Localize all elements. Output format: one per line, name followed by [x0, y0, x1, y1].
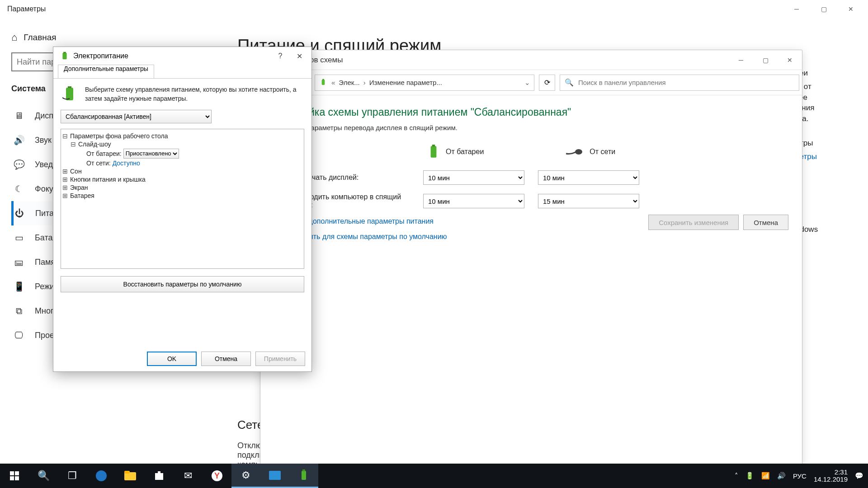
- col-ac: От сети: [565, 147, 615, 156]
- search-icon: 🔍: [565, 78, 574, 87]
- cpl-heading: Настройка схемы управления питанием "Сба…: [274, 106, 788, 118]
- chevron-right-icon: ›: [363, 79, 366, 86]
- taskview-button[interactable]: ❐: [58, 464, 87, 488]
- edit-plan-titlebar: ие параметров схемы ─ ▢ ✕: [260, 50, 802, 70]
- chevron-down-icon[interactable]: ⌄: [524, 79, 530, 87]
- tray-wifi-icon[interactable]: 📶: [761, 472, 770, 480]
- tree-bg-params[interactable]: ⊟Параметры фона рабочего стола: [62, 132, 301, 140]
- svg-rect-0: [322, 80, 325, 85]
- svg-point-16: [96, 470, 107, 481]
- edge-icon[interactable]: [87, 464, 116, 488]
- tray-lang[interactable]: РУС: [793, 472, 807, 480]
- svg-rect-18: [124, 471, 130, 474]
- edit-plan-window: ие параметров схемы ─ ▢ ✕ ← → ↑ « Элек..…: [260, 50, 802, 465]
- expand-icon[interactable]: ⊞: [62, 184, 68, 191]
- maximize-button[interactable]: ▢: [810, 0, 837, 18]
- svg-rect-15: [15, 476, 19, 480]
- display-icon: 🖥: [13, 111, 25, 121]
- tray-time: 2:31: [835, 469, 848, 476]
- expand-icon[interactable]: ⊞: [62, 192, 68, 199]
- sidebar-home[interactable]: ⌂ Главная: [11, 32, 208, 43]
- settings-task-icon[interactable]: ⚙: [231, 464, 260, 488]
- explorer-icon[interactable]: [116, 464, 145, 488]
- power-icon: [60, 51, 70, 61]
- breadcrumb[interactable]: « Элек... › Изменение параметр... ⌄: [315, 75, 534, 91]
- start-button[interactable]: [0, 464, 29, 488]
- link-restore-defaults[interactable]: Восстановить для схемы параметры по умол…: [274, 233, 788, 241]
- svg-rect-8: [62, 53, 66, 60]
- svg-rect-25: [302, 469, 305, 471]
- tray-volume-icon[interactable]: 🔊: [777, 472, 786, 480]
- svg-text:Y: Y: [214, 471, 220, 480]
- search-button[interactable]: 🔍: [29, 464, 58, 488]
- battery-graphic-icon: [61, 85, 79, 103]
- mail-icon[interactable]: ✉: [174, 464, 203, 488]
- battery-icon: [428, 144, 439, 160]
- settings-title: Параметры: [4, 5, 783, 13]
- sleep-battery-select[interactable]: 10 мин: [423, 194, 524, 208]
- col-battery: От батареи: [428, 144, 484, 160]
- edit-plan-title: ие параметров схемы: [260, 56, 729, 65]
- restore-defaults-button[interactable]: Восстановить параметры по умолчанию: [61, 276, 304, 292]
- cpl-search-input[interactable]: [578, 79, 794, 86]
- svg-rect-13: [15, 471, 19, 475]
- moon-icon: ☾: [13, 183, 25, 194]
- storage-icon: 🖴: [13, 257, 25, 267]
- tablet-icon: 📱: [13, 281, 25, 292]
- cpl-footer: Сохранить изменения Отмена: [648, 215, 788, 230]
- tab-advanced[interactable]: Дополнительные параметры: [58, 65, 154, 78]
- refresh-button[interactable]: ⟳: [539, 75, 555, 91]
- svg-rect-9: [63, 52, 66, 53]
- svg-rect-24: [302, 471, 306, 480]
- power-task-icon[interactable]: [289, 464, 318, 488]
- sleep-ac-select[interactable]: 15 мин: [538, 194, 639, 208]
- nav-label: Звук: [35, 136, 52, 145]
- tray-notifications-icon[interactable]: 💬: [855, 472, 863, 480]
- tree-battery[interactable]: ⊞Батарея: [62, 192, 301, 200]
- collapse-icon[interactable]: ⊟: [62, 132, 68, 140]
- svg-rect-19: [155, 473, 163, 480]
- crumb-2[interactable]: Изменение параметр...: [369, 79, 442, 86]
- tree-slideshow-battery[interactable]: От батареи: Приостановлено: [62, 148, 301, 159]
- bell-icon: 💬: [13, 159, 25, 170]
- svg-point-4: [575, 149, 582, 155]
- settings-tree[interactable]: ⊟Параметры фона рабочего стола ⊟Слайд-шо…: [61, 129, 304, 269]
- crumb-1[interactable]: Элек...: [339, 79, 359, 86]
- tree-buttons[interactable]: ⊞Кнопки питания и крышка: [62, 175, 301, 183]
- tree-slideshow[interactable]: ⊟Слайд-шоу: [62, 140, 301, 148]
- cpl-maximize-button[interactable]: ▢: [753, 50, 778, 70]
- cancel-button[interactable]: Отмена: [743, 215, 788, 230]
- display-battery-select[interactable]: 10 мин: [423, 170, 524, 185]
- slideshow-battery-select[interactable]: Приостановлено: [123, 149, 179, 159]
- tray-clock[interactable]: 2:31 14.12.2019: [814, 469, 848, 483]
- tree-slideshow-ac[interactable]: От сети: Доступно: [62, 159, 301, 167]
- close-button[interactable]: ✕: [837, 0, 864, 18]
- slideshow-battery-label: От батареи:: [86, 150, 122, 157]
- collapse-icon[interactable]: ⊟: [70, 141, 76, 148]
- yandex-icon[interactable]: Y: [203, 464, 231, 488]
- save-button[interactable]: Сохранить изменения: [648, 215, 739, 230]
- tray-chevron-icon[interactable]: ˄: [735, 472, 738, 480]
- cpl-search[interactable]: 🔍: [560, 75, 799, 91]
- cpl-minimize-button[interactable]: ─: [729, 50, 753, 70]
- dialog-close-button[interactable]: ✕: [290, 47, 309, 65]
- tree-sleep[interactable]: ⊞Сон: [62, 167, 301, 175]
- expand-icon[interactable]: ⊞: [62, 168, 68, 175]
- power-plan-icon: [319, 78, 328, 87]
- tree-screen[interactable]: ⊞Экран: [62, 183, 301, 192]
- store-icon[interactable]: [145, 464, 174, 488]
- tray-battery-icon[interactable]: 🔋: [745, 472, 754, 480]
- slideshow-ac-value[interactable]: Доступно: [113, 160, 140, 167]
- minimize-button[interactable]: ─: [783, 0, 810, 18]
- expand-icon[interactable]: ⊞: [62, 176, 68, 183]
- dialog-help-button[interactable]: ?: [271, 47, 290, 65]
- ok-button[interactable]: OK: [147, 352, 197, 366]
- cpl-close-button[interactable]: ✕: [778, 50, 802, 70]
- display-ac-select[interactable]: 10 мин: [538, 170, 639, 185]
- cancel-button[interactable]: Отмена: [201, 352, 251, 366]
- dialog-title: Электропитание: [73, 52, 271, 60]
- tray-date: 14.12.2019: [814, 476, 848, 483]
- apply-button[interactable]: Применить: [255, 352, 305, 366]
- security-task-icon[interactable]: [260, 464, 289, 488]
- scheme-select[interactable]: Сбалансированная [Активен]: [61, 110, 212, 123]
